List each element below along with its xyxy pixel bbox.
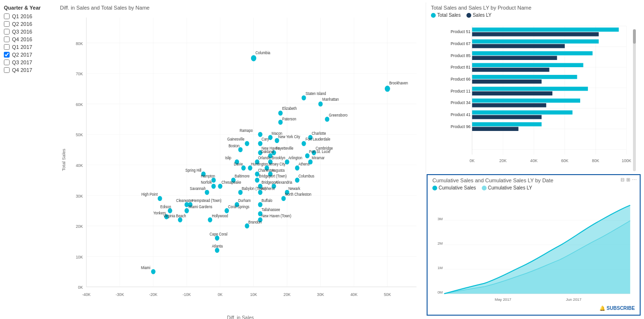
bar-chart-container: 0K 20K 40K 60K 80K 100K Product 51 Produ… <box>431 20 637 171</box>
checkbox-6[interactable] <box>4 59 10 65</box>
scatter-point[interactable] <box>318 101 322 106</box>
legend-label-cumulative-ly: Cumulative Sales LY <box>488 185 532 190</box>
legend-cumulative-sales: Cumulative Sales <box>432 185 476 190</box>
sidebar-item-q2-2017[interactable]: Q2 2017 <box>4 52 49 58</box>
sidebar-item-label: Q3 2017 <box>12 59 32 65</box>
svg-text:Product 11: Product 11 <box>451 89 471 94</box>
svg-text:60K: 60K <box>76 102 83 107</box>
sidebar: Quarter & Year Q1 2016Q2 2016Q3 2016Q4 2… <box>0 0 53 319</box>
sidebar-item-q2-2016[interactable]: Q2 2016 <box>4 21 49 27</box>
sidebar-item-q4-2017[interactable]: Q4 2017 <box>4 67 49 73</box>
svg-text:Bridgeport (Town): Bridgeport (Town) <box>259 174 287 179</box>
svg-text:May 2017: May 2017 <box>495 297 511 302</box>
svg-text:40K: 40K <box>350 292 358 297</box>
svg-text:Columbia: Columbia <box>255 50 270 55</box>
scatter-point[interactable] <box>278 110 283 116</box>
checkbox-7[interactable] <box>4 67 10 73</box>
svg-text:Hollywood: Hollywood <box>212 213 228 218</box>
menu-icon[interactable]: ⋯ <box>632 177 637 182</box>
subscribe-button[interactable]: 🔔 SUBSCRIBE <box>599 306 635 311</box>
svg-text:Durham: Durham <box>238 199 250 203</box>
svg-text:Brooklyn: Brooklyn <box>272 156 285 161</box>
svg-text:Brandon: Brandon <box>249 220 262 224</box>
svg-text:Davie: Davie <box>234 162 243 166</box>
scatter-point[interactable] <box>158 196 162 201</box>
svg-text:2M: 2M <box>438 241 443 246</box>
svg-text:50K: 50K <box>76 132 83 138</box>
sidebar-item-q3-2016[interactable]: Q3 2016 <box>4 29 49 35</box>
maximize-icon[interactable]: ⊞ <box>626 177 630 182</box>
scatter-point[interactable] <box>301 95 306 101</box>
svg-text:20K: 20K <box>500 158 507 163</box>
scatter-point[interactable] <box>245 141 249 146</box>
sidebar-item-label: Q2 2016 <box>12 21 32 27</box>
scrollbar-thumb[interactable] <box>633 29 636 44</box>
scatter-point[interactable] <box>211 184 215 189</box>
panel-icons: ⊟ ⊞ ⋯ <box>620 177 637 182</box>
legend-sales-ly: Sales LY <box>466 12 491 18</box>
svg-text:20K: 20K <box>284 292 291 297</box>
svg-text:Product 96: Product 96 <box>451 124 471 129</box>
legend-label-ly: Sales LY <box>473 12 491 18</box>
svg-text:Atlanta: Atlanta <box>212 244 223 249</box>
svg-text:Product 34: Product 34 <box>451 100 471 105</box>
scatter-point[interactable] <box>385 86 390 92</box>
svg-text:Amherst: Amherst <box>262 186 275 191</box>
svg-text:30K: 30K <box>76 193 83 199</box>
svg-text:Cary: Cary <box>262 137 269 142</box>
svg-text:Product 41: Product 41 <box>451 112 471 117</box>
line-legend: Cumulative Sales Cumulative Sales LY <box>432 185 635 190</box>
svg-text:-30K: -30K <box>116 292 124 297</box>
svg-text:10K: 10K <box>76 254 83 260</box>
svg-text:Paterson: Paterson <box>282 117 296 121</box>
scatter-svg: 0K 10K 20K 30K 40K 50K 60K 70K 80K -40K … <box>60 12 421 312</box>
legend-dot-cumulative-ly <box>482 186 487 190</box>
bar-title: Total Sales and Sales LY by Product Name <box>431 5 637 11</box>
svg-text:Boston: Boston <box>228 143 239 148</box>
checkbox-0[interactable] <box>4 13 10 19</box>
svg-text:Product 85: Product 85 <box>451 53 471 58</box>
svg-text:60K: 60K <box>561 158 569 163</box>
svg-text:Columbus: Columbus <box>298 174 314 179</box>
sidebar-item-label: Q1 2016 <box>12 13 32 19</box>
svg-text:80K: 80K <box>592 158 600 163</box>
scrollbar[interactable] <box>633 29 636 171</box>
svg-text:100K: 100K <box>622 158 632 163</box>
sidebar-item-q1-2017[interactable]: Q1 2017 <box>4 44 49 50</box>
svg-text:Spring Hill: Spring Hill <box>185 168 202 173</box>
sidebar-item-q3-2017[interactable]: Q3 2017 <box>4 59 49 65</box>
bar-ly <box>472 127 519 131</box>
svg-text:Islip: Islip <box>225 156 232 161</box>
checkbox-2[interactable] <box>4 29 10 35</box>
scatter-point[interactable] <box>301 141 306 146</box>
svg-text:3M: 3M <box>438 217 443 221</box>
checkbox-4[interactable] <box>4 44 10 50</box>
svg-text:Product 66: Product 66 <box>451 77 471 82</box>
svg-text:Manhattan: Manhattan <box>322 97 339 102</box>
sidebar-title: Quarter & Year <box>4 5 49 11</box>
scatter-point[interactable] <box>151 269 155 274</box>
svg-text:Fort Lauderdale: Fort Lauderdale <box>306 137 331 142</box>
expand-icon[interactable]: ⊟ <box>620 177 624 182</box>
bar-total <box>472 98 580 103</box>
sidebar-item-q1-2016[interactable]: Q1 2016 <box>4 13 49 19</box>
svg-text:Jersey City: Jersey City <box>268 162 286 166</box>
scatter-panel: Diff. in Sales and Total Sales by Name <box>55 2 426 317</box>
sidebar-item-q4-2016[interactable]: Q4 2016 <box>4 36 49 42</box>
svg-text:30K: 30K <box>317 292 324 297</box>
checkbox-5[interactable] <box>4 52 10 58</box>
main-content: Diff. in Sales and Total Sales by Name <box>53 0 644 319</box>
sidebar-item-label: Q2 2017 <box>12 52 32 58</box>
checkbox-1[interactable] <box>4 21 10 27</box>
scatter-point[interactable] <box>251 55 256 61</box>
checkbox-3[interactable] <box>4 36 10 42</box>
bar-ly <box>472 32 599 36</box>
svg-text:Coral Springs: Coral Springs <box>228 204 249 209</box>
scatter-point[interactable] <box>258 132 262 137</box>
svg-text:New Haven (Town): New Haven (Town) <box>262 213 291 218</box>
svg-text:Port St. Lucie: Port St. Lucie <box>309 150 330 154</box>
scatter-point[interactable] <box>258 141 262 146</box>
legend-label-cumulative: Cumulative Sales <box>439 185 476 190</box>
line-svg: 0M 1M 2M 3M May 2017 Jun 2017 <box>432 192 635 310</box>
svg-text:Edison: Edison <box>160 204 171 209</box>
